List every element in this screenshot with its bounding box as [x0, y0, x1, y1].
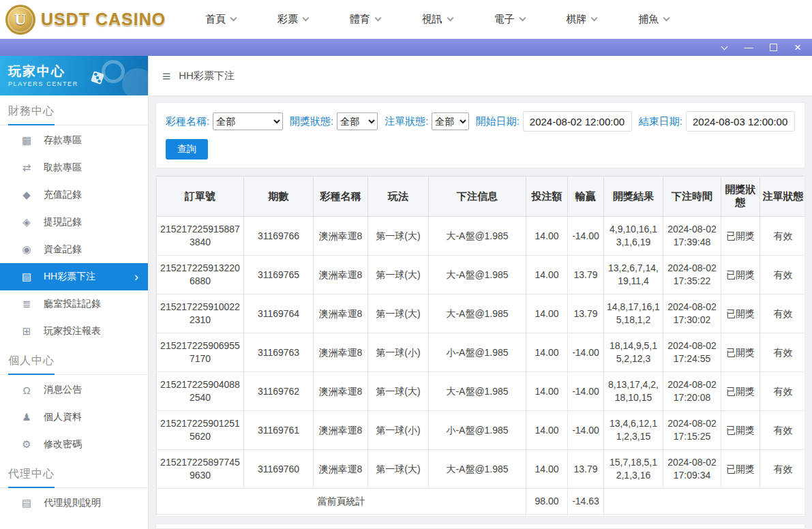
sidebar-item-label: 修改密碼 — [44, 438, 82, 451]
sidebar-section-title: 代理中心 — [8, 467, 55, 488]
table-cell: 31169760 — [244, 450, 314, 489]
order-status-filter-select[interactable]: 全部 — [432, 112, 468, 130]
table-cell: 有效 — [760, 217, 806, 256]
table-cell: 31169765 — [244, 256, 314, 294]
sidebar-item-label: 取款專區 — [44, 162, 82, 174]
table-cell: 第一球(小) — [368, 411, 429, 450]
table-row: 215217225904088254031169762澳洲幸運8第一球(大)大-… — [157, 372, 806, 411]
sidebar-section-title: 個人中心 — [8, 354, 55, 375]
table-cell: 2024-08-02 17:24:55 — [663, 333, 721, 372]
nav-item[interactable]: 電子 — [494, 13, 525, 26]
table-cell: 2024-08-02 17:30:02 — [663, 294, 721, 333]
sidebar-sections: 財務中心▦存款專區⇄取款專區◆充值記錄◈提現記錄◉資金記錄▤HH彩票下注›≣廳室… — [0, 95, 148, 517]
lottery-filter-select[interactable]: 全部 — [213, 112, 283, 130]
sidebar-item[interactable]: ≣廳室投註記錄 — [0, 290, 148, 318]
table-cell: 已開獎 — [721, 450, 760, 489]
table-cell: 15,7,18,5,12,1,3,16 — [604, 450, 663, 489]
draw-status-filter-select[interactable]: 全部 — [337, 112, 378, 130]
table-cell: 2152172259069557170 — [157, 333, 244, 372]
sidebar-item-label: HH彩票下注 — [44, 271, 95, 283]
sidebar-section-title: 財務中心 — [8, 104, 55, 125]
table-header-cell: 下注時間 — [663, 177, 721, 217]
nav-item[interactable]: 捕魚 — [638, 13, 669, 26]
players-center-title: 玩家中心 — [8, 63, 148, 80]
end-date-label: 結束日期: — [639, 115, 682, 128]
doc-icon: ▤ — [20, 497, 33, 509]
search-button[interactable]: 查詢 — [166, 139, 208, 160]
chevron-down-icon — [519, 15, 526, 22]
nav-item-label: 捕魚 — [638, 13, 659, 26]
sidebar-item-label: 提現記錄 — [44, 216, 82, 228]
table-cell: 13.79 — [568, 294, 604, 333]
table-cell: 14.00 — [526, 333, 568, 372]
sidebar-item[interactable]: ◆充值記錄 — [0, 181, 148, 209]
sidebar-item[interactable]: Ω消息公告 — [0, 376, 148, 404]
lottery-bet-icon: ▤ — [20, 271, 33, 283]
logo-text: USDT CASINO — [41, 10, 166, 29]
table-row: 215217225901251562031169761澳洲幸運8第一球(小)小-… — [157, 411, 806, 450]
table-cell: 13,2,6,7,14,19,11,4 — [604, 256, 663, 294]
table-header-cell: 下注信息 — [429, 177, 526, 217]
table-cell: 大-A盤@1.985 — [429, 294, 526, 333]
chevron-down-icon — [447, 15, 453, 22]
nav-item-label: 彩票 — [277, 13, 298, 26]
start-date-input[interactable] — [523, 111, 632, 132]
table-row: 215217225913220688031169765澳洲幸運8第一球(大)大-… — [157, 256, 806, 294]
table-cell: 有效 — [760, 450, 806, 489]
bell-icon: Ω — [20, 384, 33, 396]
table-cell: 13,4,6,12,11,2,3,15 — [604, 411, 663, 450]
window-titlebar: —× — [0, 39, 812, 56]
sidebar-item[interactable]: ▤代理規則說明 — [0, 489, 148, 517]
nav-item[interactable]: 視訊 — [422, 13, 453, 26]
sidebar-item[interactable]: ⊞玩家投注報表 — [0, 318, 148, 345]
chevron-down-icon[interactable] — [719, 42, 729, 53]
table-cell: 小-A盤@1.985 — [429, 333, 526, 372]
pagination-panel — [155, 524, 805, 529]
order-status-filter-label: 注單狀態: — [385, 115, 428, 128]
nav-item[interactable]: 彩票 — [277, 13, 308, 26]
sidebar-item[interactable]: ▦存款專區 — [0, 127, 148, 154]
gear-icon: ⚙ — [20, 438, 33, 451]
sidebar-item[interactable]: ▤HH彩票下注› — [0, 263, 148, 290]
table-cell: 已開獎 — [721, 372, 760, 411]
table-header-cell: 開獎結果 — [604, 177, 663, 217]
table-cell: 已開獎 — [721, 256, 760, 294]
table-row: 215217225910022231031169764澳洲幸運8第一球(大)大-… — [157, 294, 806, 333]
sidebar-item[interactable]: ⚙修改密碼 — [0, 431, 148, 458]
filter-row: 彩種名稱: 全部 開獎狀態: 全部 注單狀態: 全部 開始日期: 結束日期: — [166, 111, 795, 132]
summary-label: 當前頁統計 — [157, 489, 526, 515]
nav-item[interactable]: 首頁 — [205, 13, 236, 26]
page-title: HH彩票下注 — [179, 70, 235, 82]
sidebar-item[interactable]: ◉資金記錄 — [0, 236, 148, 263]
menu-toggle-icon[interactable]: ≡ — [162, 69, 170, 83]
minimize-icon[interactable]: — — [744, 42, 753, 53]
maximize-icon[interactable] — [768, 42, 778, 53]
table-cell: 2024-08-02 17:09:34 — [663, 450, 721, 489]
table-cell: 有效 — [760, 256, 806, 294]
table-cell: 14.00 — [526, 294, 568, 333]
sidebar-section-header: 代理中心 — [0, 467, 148, 488]
table-cell: 14.00 — [526, 411, 568, 450]
table-cell: 2152172259012515620 — [157, 411, 244, 450]
main-nav: 首頁彩票體育視訊電子棋牌捕魚 — [205, 13, 669, 26]
table-cell: 大-A盤@1.985 — [429, 450, 526, 489]
sidebar-item[interactable]: ◈提現記錄 — [0, 209, 148, 236]
sidebar-item[interactable]: ⇄取款專區 — [0, 154, 148, 181]
nav-item[interactable]: 棋牌 — [566, 13, 597, 26]
table-cell: 有效 — [760, 411, 806, 450]
table-row: 215217225915887384031169766澳洲幸運8第一球(大)大-… — [157, 217, 806, 256]
close-icon[interactable]: × — [793, 42, 802, 53]
table-header-cell: 開獎狀態 — [721, 177, 760, 217]
table-cell: 澳洲幸運8 — [314, 294, 368, 333]
top-header: U USDT CASINO 首頁彩票體育視訊電子棋牌捕魚 — [0, 0, 812, 39]
logo[interactable]: U USDT CASINO — [5, 5, 166, 35]
start-date-label: 開始日期: — [476, 115, 520, 128]
nav-item[interactable]: 體育 — [350, 13, 380, 26]
end-date-input[interactable] — [686, 111, 795, 132]
sidebar-item-label: 消息公告 — [44, 384, 82, 396]
sidebar-item-label: 個人資料 — [44, 411, 82, 423]
chevron-right-icon: › — [134, 271, 138, 283]
table-cell: 已開獎 — [721, 333, 760, 372]
sidebar-item[interactable]: ♟個人資料 — [0, 404, 148, 431]
user-icon: ♟ — [20, 411, 33, 423]
